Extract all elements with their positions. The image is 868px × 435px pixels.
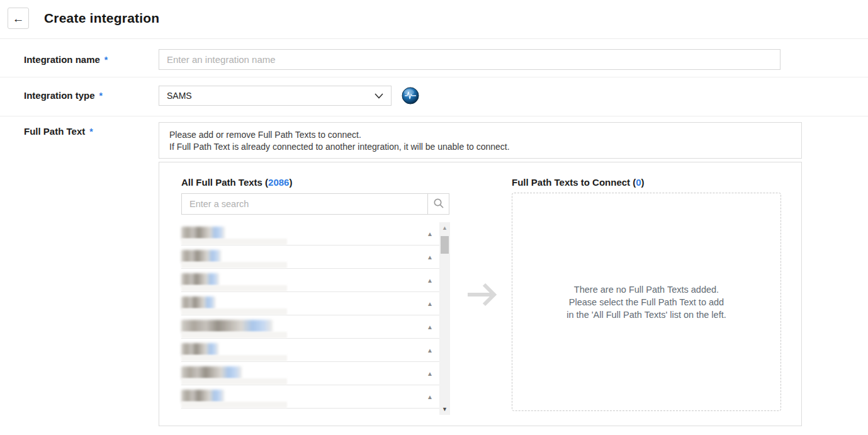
integration-type-select[interactable]: SAMS	[159, 86, 392, 106]
scroll-thumb[interactable]	[441, 236, 449, 254]
redacted-subtext	[181, 262, 287, 268]
selected-option-label: SAMS	[167, 91, 192, 101]
collapse-arrow-icon[interactable]: ▲	[427, 347, 433, 354]
search-input[interactable]	[181, 193, 428, 215]
redacted-subtext	[181, 332, 287, 338]
create-integration-page: ← Create integration Integration name* I…	[0, 0, 868, 435]
search-button[interactable]	[427, 193, 449, 215]
page-header: ← Create integration	[0, 0, 868, 39]
list-item[interactable]: ▲	[181, 362, 439, 385]
integration-name-label: Integration name*	[24, 54, 108, 65]
redacted-text	[181, 343, 218, 356]
integration-type-label: Integration type*	[24, 90, 103, 101]
list-item[interactable]: ▲	[181, 315, 439, 339]
list-item[interactable]: ▲	[181, 246, 439, 269]
redacted-subtext	[181, 239, 287, 245]
required-asterisk: *	[104, 55, 108, 65]
chevron-down-icon	[375, 93, 383, 99]
empty-line-1: There are no Full Path Texts added.	[566, 283, 726, 296]
integration-name-input[interactable]	[159, 49, 781, 70]
scroll-up-icon[interactable]: ▲	[439, 225, 450, 231]
redacted-text	[181, 250, 221, 263]
collapse-arrow-icon[interactable]: ▲	[427, 393, 433, 400]
redacted-text	[181, 390, 224, 402]
connect-count: 0	[636, 177, 641, 188]
redacted-text	[181, 297, 215, 309]
redacted-text	[181, 273, 219, 286]
full-path-text-label: Full Path Text*	[24, 126, 93, 137]
empty-line-2: Please select the Full Path Text to add	[566, 296, 726, 308]
collapse-arrow-icon[interactable]: ▲	[427, 277, 433, 284]
collapse-arrow-icon[interactable]: ▲	[427, 230, 433, 237]
list-item[interactable]: ▲	[181, 222, 439, 246]
collapse-arrow-icon[interactable]: ▲	[427, 300, 433, 307]
empty-state-message: There are no Full Path Texts added. Plea…	[566, 283, 726, 321]
collapse-arrow-icon[interactable]: ▲	[427, 254, 433, 261]
search-group	[181, 193, 449, 215]
required-asterisk: *	[89, 127, 93, 137]
row-divider	[0, 116, 868, 116]
redacted-text	[181, 320, 273, 332]
list-item[interactable]: ▲	[181, 385, 439, 409]
full-path-list: ▲▲▲▲▲▲▲▲	[181, 222, 439, 409]
collapse-arrow-icon[interactable]: ▲	[427, 324, 433, 330]
redacted-subtext	[181, 355, 287, 361]
texts-to-connect-title: Full Path Texts to Connect (0)	[512, 177, 645, 188]
redacted-subtext	[181, 308, 287, 315]
redacted-subtext	[181, 378, 287, 385]
move-right-arrow-icon	[465, 280, 500, 312]
redacted-text	[181, 227, 225, 239]
list-item[interactable]: ▲	[181, 339, 439, 362]
empty-line-3: in the 'All Full Path Texts' list on the…	[566, 308, 726, 321]
redacted-subtext	[181, 285, 287, 291]
redacted-text	[181, 366, 242, 379]
list-scrollbar[interactable]: ▲ ▼	[439, 222, 450, 415]
integration-type-logo-icon	[402, 87, 419, 105]
all-count: 2086	[268, 177, 289, 188]
full-path-panel: All Full Path Texts (2086) ▲▲▲▲▲▲▲▲ ▲ ▼	[159, 162, 802, 426]
redacted-subtext	[181, 402, 287, 408]
search-icon	[433, 198, 444, 211]
list-item[interactable]: ▲	[181, 269, 439, 292]
row-divider	[0, 77, 868, 77]
back-button[interactable]: ←	[8, 8, 29, 29]
all-full-path-texts-title: All Full Path Texts (2086)	[181, 177, 292, 188]
connected-texts-drop-area: There are no Full Path Texts added. Plea…	[512, 193, 781, 411]
instructions-line-1: Please add or remove Full Path Texts to …	[169, 129, 791, 141]
instructions-box: Please add or remove Full Path Texts to …	[159, 122, 802, 159]
required-asterisk: *	[99, 91, 103, 101]
instructions-line-2: If Full Path Text is already connected t…	[169, 141, 791, 153]
back-arrow-icon: ←	[13, 12, 25, 25]
scroll-down-icon[interactable]: ▼	[439, 406, 450, 412]
page-title: Create integration	[44, 11, 159, 26]
collapse-arrow-icon[interactable]: ▲	[427, 370, 433, 377]
list-item[interactable]: ▲	[181, 292, 439, 315]
